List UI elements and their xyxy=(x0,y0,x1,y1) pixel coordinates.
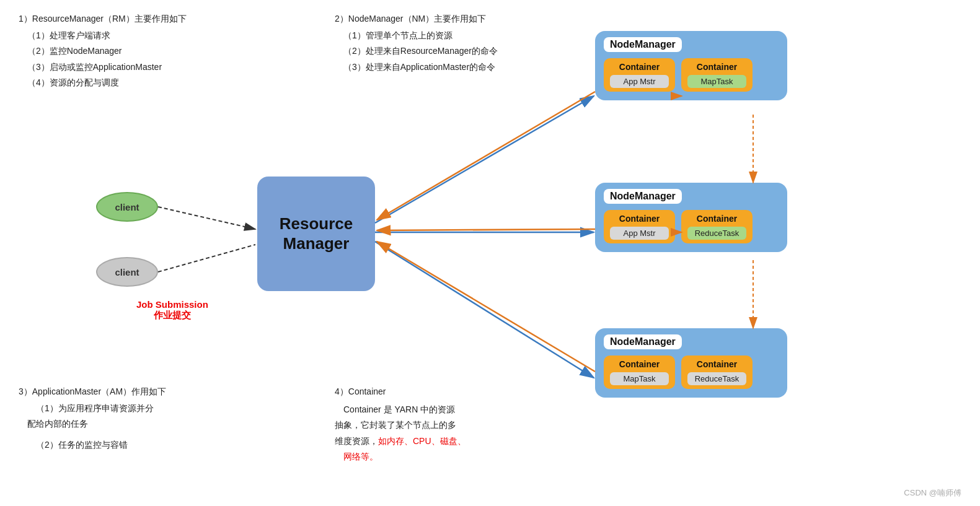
node-manager-3: NodeManager Container MapTask Container … xyxy=(595,328,787,398)
nm2-container-2: Container ReduceTask xyxy=(681,210,753,243)
rm-item-4: （4）资源的分配与调度 xyxy=(19,75,187,90)
nm2-containers: Container App Mstr Container ReduceTask xyxy=(604,210,779,243)
nm-section: 2）NodeManager（NM）主要作用如下 （1）管理单个节点上的资源 （2… xyxy=(335,11,498,75)
am-item-2: （2）任务的监控与容错 xyxy=(19,437,166,453)
resource-manager-box: ResourceManager xyxy=(257,177,375,291)
nm2-container-1: Container App Mstr xyxy=(604,210,675,243)
am-item-1b: 配给内部的任务 xyxy=(19,416,166,432)
nm3-title: NodeManager xyxy=(604,334,682,349)
client-gray-label: client xyxy=(115,267,139,277)
nm2-c1-label: Container xyxy=(610,214,669,224)
container-title: 4）Container xyxy=(335,384,466,399)
job-submission: Job Submission 作业提交 xyxy=(136,299,208,321)
client-green-arrow xyxy=(158,207,255,229)
watermark: CSDN @喃师傅 xyxy=(904,487,961,499)
nm3-to-rm-arrow xyxy=(377,242,595,372)
nm-item-2: （2）处理来自ResourceManager的命令 xyxy=(335,43,498,59)
rm-section: 1）ResourceManager（RM）主要作用如下 （1）处理客户端请求 （… xyxy=(19,11,187,90)
nm-item-1: （1）管理单个节点上的资源 xyxy=(335,28,498,43)
page: 1）ResourceManager（RM）主要作用如下 （1）处理客户端请求 （… xyxy=(0,0,980,506)
client-green-label: client xyxy=(115,202,139,212)
rm-item-3: （3）启动或监控ApplicationMaster xyxy=(19,59,187,75)
nm1-c2-label: Container xyxy=(687,62,746,72)
nm2-c1-inner: App Mstr xyxy=(610,227,669,240)
rm-to-nm3-arrow xyxy=(375,242,594,378)
client-gray: client xyxy=(96,257,158,287)
am-item-1: （1）为应用程序申请资源并分 xyxy=(19,401,166,416)
nm3-c2-inner: ReduceTask xyxy=(687,372,746,385)
container-desc-red: 如内存、CPU、磁盘、 网络等。 xyxy=(335,436,466,461)
nm1-title: NodeManager xyxy=(604,37,682,52)
nm3-containers: Container MapTask Container ReduceTask xyxy=(604,356,779,389)
container-section: 4）Container Container 是 YARN 中的资源 抽象，它封装… xyxy=(335,384,466,465)
nm1-c2-inner: MapTask xyxy=(687,75,746,88)
nm1-c1-inner: App Mstr xyxy=(610,75,669,88)
rm-to-nm1-arrow xyxy=(375,96,594,223)
nm1-to-rm-arrow xyxy=(377,92,595,220)
node-manager-1: NodeManager Container App Mstr Container… xyxy=(595,31,787,100)
nm1-container-1: Container App Mstr xyxy=(604,58,675,92)
rm-item-2: （2）监控NodeManager xyxy=(19,43,187,59)
job-submission-line2: 作业提交 xyxy=(136,310,208,321)
job-submission-line1: Job Submission xyxy=(136,299,208,310)
nm1-containers: Container App Mstr Container MapTask xyxy=(604,58,779,92)
container-desc: Container 是 YARN 中的资源 抽象，它封装了某个节点上的多 维度资… xyxy=(335,402,466,465)
rm-item-1: （1）处理客户端请求 xyxy=(19,28,187,43)
nm2-c2-inner: ReduceTask xyxy=(687,227,746,240)
nm3-container-1: Container MapTask xyxy=(604,356,675,389)
nm1-c1-label: Container xyxy=(610,62,669,72)
client-gray-arrow xyxy=(158,245,255,272)
rm-title: 1）ResourceManager（RM）主要作用如下 xyxy=(19,11,187,27)
nm2-to-rm-arrow xyxy=(377,229,595,230)
node-manager-2: NodeManager Container App Mstr Container… xyxy=(595,183,787,252)
nm3-c2-label: Container xyxy=(687,359,746,369)
nm-title: 2）NodeManager（NM）主要作用如下 xyxy=(335,11,498,27)
resource-manager-label: ResourceManager xyxy=(280,214,353,253)
nm3-container-2: Container ReduceTask xyxy=(681,356,753,389)
client-green: client xyxy=(96,192,158,222)
am-section: 3）ApplicationMaster（AM）作用如下 （1）为应用程序申请资源… xyxy=(19,384,166,453)
am-title: 3）ApplicationMaster（AM）作用如下 xyxy=(19,384,166,399)
nm-item-3: （3）处理来自ApplicationMaster的命令 xyxy=(335,59,498,75)
nm2-c2-label: Container xyxy=(687,214,746,224)
nm1-container-2: Container MapTask xyxy=(681,58,753,92)
nm3-c1-label: Container xyxy=(610,359,669,369)
nm3-c1-inner: MapTask xyxy=(610,372,669,385)
nm2-title: NodeManager xyxy=(604,189,682,204)
